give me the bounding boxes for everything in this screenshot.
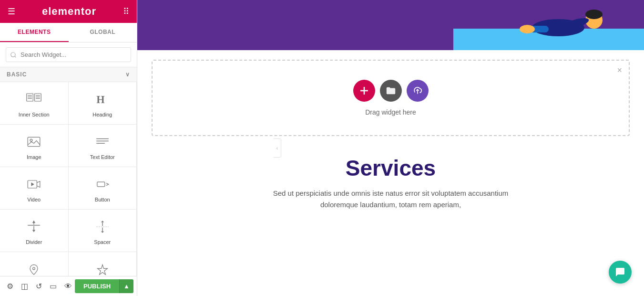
plus-icon bbox=[359, 85, 369, 96]
close-drop-zone-button[interactable]: × bbox=[617, 65, 622, 75]
services-title: Services bbox=[346, 155, 436, 181]
image-icon bbox=[25, 133, 42, 150]
spacer-icon bbox=[94, 218, 111, 235]
tab-elements[interactable]: ELEMENTS bbox=[0, 23, 69, 42]
widget-divider[interactable]: Divider bbox=[0, 210, 69, 252]
basic-section-label: BASIC ∨ bbox=[0, 67, 137, 82]
basic-label-text: BASIC bbox=[7, 71, 27, 78]
widget-heading[interactable]: H Heading bbox=[69, 82, 137, 125]
svg-rect-1 bbox=[35, 94, 41, 101]
text-editor-icon bbox=[94, 133, 111, 150]
divider-label: Divider bbox=[26, 239, 42, 245]
widget-action-buttons bbox=[353, 80, 429, 102]
chat-icon bbox=[614, 266, 626, 278]
svg-rect-0 bbox=[27, 94, 33, 101]
publish-group: PUBLISH ▲ bbox=[75, 279, 133, 293]
button-icon bbox=[94, 176, 111, 193]
divider-icon bbox=[25, 218, 42, 235]
main-content: ‹ × bbox=[137, 0, 644, 296]
responsive-icon[interactable]: ▭ bbox=[47, 279, 60, 294]
widget-image[interactable]: Image bbox=[0, 125, 69, 167]
basic-collapse-icon[interactable]: ∨ bbox=[125, 71, 130, 78]
widget-spacer[interactable]: Spacer bbox=[69, 210, 137, 252]
drag-label: Drag widget here bbox=[365, 108, 416, 116]
tab-global[interactable]: GLOBAL bbox=[69, 23, 137, 42]
apps-icon[interactable]: ⠿ bbox=[123, 6, 129, 17]
services-description: Sed ut perspiciatis unde omnis iste natu… bbox=[257, 188, 524, 211]
widget-text-editor[interactable]: Text Editor bbox=[69, 125, 137, 167]
search-input[interactable] bbox=[6, 47, 131, 62]
sidebar-header: ☰ elementor ⠿ bbox=[0, 0, 137, 23]
widget-grid: Inner Section H Heading Image bbox=[0, 82, 137, 276]
spacer-label: Spacer bbox=[94, 239, 111, 245]
settings-icon[interactable]: ⚙ bbox=[4, 279, 16, 294]
video-label: Video bbox=[27, 197, 41, 202]
layers-icon[interactable]: ◫ bbox=[18, 279, 31, 294]
svg-text:H: H bbox=[96, 94, 105, 106]
inner-section-icon bbox=[25, 91, 42, 108]
preview-icon[interactable]: 👁 bbox=[61, 279, 75, 294]
widget-inner-section[interactable]: Inner Section bbox=[0, 82, 69, 125]
hamburger-icon[interactable]: ☰ bbox=[8, 6, 15, 17]
sidebar-tabs: ELEMENTS GLOBAL bbox=[0, 23, 137, 42]
svg-point-35 bbox=[520, 25, 535, 33]
svg-marker-15 bbox=[31, 182, 34, 186]
heading-label: Heading bbox=[92, 112, 112, 117]
svg-marker-21 bbox=[32, 221, 35, 223]
drop-zone: × bbox=[152, 60, 630, 136]
widget-video[interactable]: Video bbox=[0, 167, 69, 210]
svg-point-27 bbox=[33, 267, 35, 270]
folder-icon bbox=[386, 85, 396, 96]
svg-marker-23 bbox=[101, 221, 104, 222]
history-icon[interactable]: ↺ bbox=[33, 279, 45, 294]
widget-map[interactable]: Map bbox=[0, 252, 69, 276]
text-editor-label: Text Editor bbox=[90, 154, 115, 160]
svg-point-10 bbox=[30, 139, 32, 141]
collapse-sidebar-handle[interactable]: ‹ bbox=[274, 138, 281, 158]
inner-section-label: Inner Section bbox=[19, 112, 50, 117]
services-section: Services Sed ut perspiciatis unde omnis … bbox=[137, 141, 644, 296]
elementor-logo: elementor bbox=[42, 5, 96, 18]
widget-button[interactable]: Button bbox=[69, 167, 137, 210]
top-banner bbox=[137, 0, 644, 50]
video-icon bbox=[25, 176, 42, 193]
svg-marker-19 bbox=[32, 230, 35, 232]
button-label: Button bbox=[95, 197, 110, 202]
map-icon bbox=[25, 261, 42, 276]
image-label: Image bbox=[27, 154, 41, 160]
star-rating-icon bbox=[94, 261, 111, 276]
cloud-upload-icon bbox=[412, 85, 423, 96]
svg-point-32 bbox=[585, 10, 603, 19]
svg-rect-16 bbox=[97, 182, 105, 187]
publish-button[interactable]: PUBLISH bbox=[75, 279, 119, 293]
bottom-toolbar: ⚙ ◫ ↺ ▭ 👁 PUBLISH ▲ bbox=[0, 276, 137, 296]
widget-star-rating[interactable]: Star Rating bbox=[69, 252, 137, 276]
sidebar: ☰ elementor ⠿ ELEMENTS GLOBAL BASIC ∨ bbox=[0, 0, 137, 296]
svg-marker-25 bbox=[101, 232, 104, 233]
search-container bbox=[0, 42, 137, 67]
drop-zone-wrapper: × bbox=[137, 50, 644, 141]
chat-button[interactable] bbox=[609, 261, 632, 284]
banner-illustration bbox=[453, 0, 644, 50]
svg-rect-9 bbox=[28, 137, 40, 146]
heading-icon: H bbox=[94, 91, 111, 108]
cloud-widget-button[interactable] bbox=[407, 80, 429, 102]
publish-dropdown-button[interactable]: ▲ bbox=[119, 279, 133, 293]
svg-marker-28 bbox=[97, 264, 107, 275]
add-widget-button[interactable] bbox=[353, 80, 375, 102]
folder-widget-button[interactable] bbox=[380, 80, 402, 102]
